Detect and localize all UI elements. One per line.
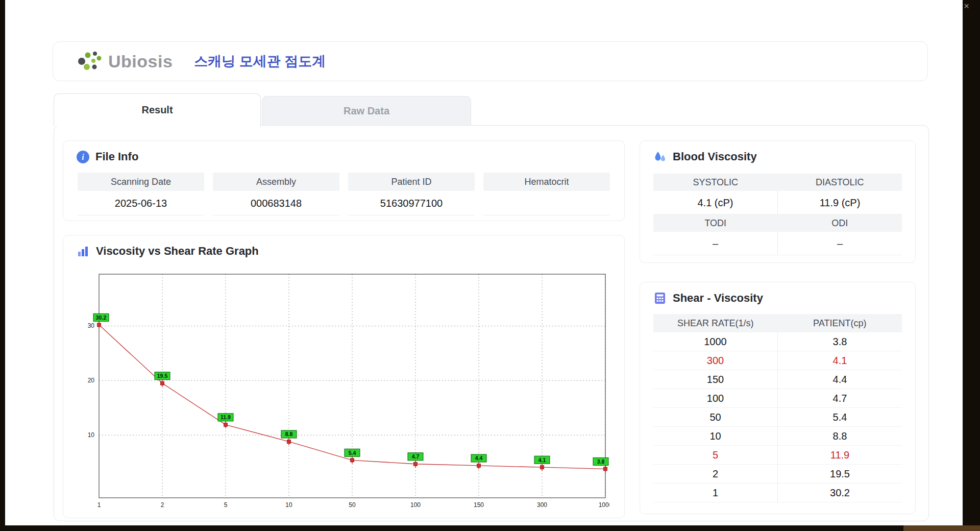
svg-text:4.7: 4.7: [412, 453, 420, 460]
close-icon[interactable]: ×: [964, 1, 969, 11]
file-info-field-label: Scanning Date: [78, 173, 204, 191]
app-window: Ubiosis 스캐닝 모세관 점도계 Result Raw Data i Fi…: [5, 0, 963, 525]
shear-viscosity-row: 130.2: [653, 484, 902, 502]
todi-value: –: [653, 232, 777, 255]
ubiosis-logo: Ubiosis: [77, 50, 173, 73]
diastolic-label: DIASTOLIC: [778, 174, 902, 191]
file-info-field-value: 000683148: [213, 191, 339, 215]
file-info-field: Patient ID51630977100: [348, 173, 475, 215]
shear-viscosity-row: 10003.8: [653, 332, 902, 351]
graph-section: Viscosity vs Shear Rate Graph 1020301251…: [63, 235, 625, 518]
svg-text:300: 300: [537, 501, 547, 509]
blood-viscosity-section: Blood Viscosity SYSTOLIC DIASTOLIC 4.1 (…: [640, 140, 916, 263]
svg-text:10: 10: [285, 501, 292, 509]
shear-rate-cell: 1: [653, 484, 777, 502]
patient-viscosity-cell: 30.2: [777, 484, 902, 502]
patient-column-header: PATIENT(cp): [778, 314, 902, 332]
file-info-header: i File Info: [63, 141, 624, 163]
svg-text:4.1: 4.1: [538, 457, 546, 463]
shear-rate-cell: 150: [653, 370, 777, 389]
blood-viscosity-table: SYSTOLIC DIASTOLIC 4.1 (cP) 11.9 (cP) TO…: [653, 174, 902, 255]
shear-viscosity-column-headers: SHEAR RATE(1/s) PATIENT(cp): [653, 314, 902, 332]
odi-label: ODI: [778, 214, 902, 232]
result-panel: i File Info Scanning Date2025-06-13Assem…: [54, 125, 929, 521]
app-header: Ubiosis 스캐닝 모세관 점도계: [53, 41, 928, 81]
file-info-field: Scanning Date2025-06-13: [78, 173, 204, 215]
patient-viscosity-cell: 4.7: [777, 389, 902, 408]
shear-viscosity-row: 511.9: [653, 446, 902, 465]
svg-text:2: 2: [161, 501, 164, 509]
svg-text:150: 150: [474, 501, 484, 509]
file-info-field-label: Hematocrit: [483, 173, 610, 191]
patient-viscosity-cell: 8.8: [777, 427, 902, 446]
shear-viscosity-title: Shear - Viscosity: [673, 292, 763, 305]
svg-text:3.8: 3.8: [597, 458, 605, 465]
shear-viscosity-rows: 10003.83004.11504.41004.7505.4108.8511.9…: [653, 332, 902, 502]
todi-odi-value-row: – –: [653, 232, 902, 255]
file-info-field: Hematocrit: [483, 173, 610, 215]
svg-text:8.8: 8.8: [285, 431, 293, 437]
shear-rate-cell: 100: [653, 389, 777, 408]
svg-text:10: 10: [88, 431, 95, 439]
blood-viscosity-header-row: SYSTOLIC DIASTOLIC: [653, 174, 902, 191]
viscosity-shear-chart: 1020301251050100150300100030.219.511.98.…: [79, 271, 609, 511]
file-info-field-label: Patient ID: [348, 173, 475, 191]
ubiosis-logo-icon: [77, 50, 103, 73]
app-title: 스캐닝 모세관 점도계: [194, 52, 326, 70]
file-info-field-value: 51630977100: [348, 191, 475, 215]
shear-viscosity-header: Shear - Viscosity: [640, 282, 915, 305]
shear-rate-cell: 10: [653, 427, 777, 446]
tab-result[interactable]: Result: [54, 93, 261, 126]
todi-odi-header-row: TODI ODI: [653, 214, 902, 232]
shear-viscosity-row: 219.5: [653, 465, 902, 484]
diastolic-value: 11.9 (cP): [777, 191, 902, 214]
shear-viscosity-row: 108.8: [653, 427, 902, 446]
svg-text:30.2: 30.2: [96, 315, 107, 321]
svg-text:5: 5: [224, 501, 228, 509]
shear-viscosity-row: 1004.7: [653, 389, 902, 408]
patient-viscosity-cell: 19.5: [777, 465, 902, 484]
svg-text:50: 50: [349, 501, 356, 509]
svg-text:1: 1: [97, 501, 101, 509]
svg-text:1000: 1000: [599, 501, 609, 509]
graph-header: Viscosity vs Shear Rate Graph: [63, 235, 624, 258]
patient-viscosity-cell: 4.1: [777, 351, 902, 370]
svg-text:100: 100: [410, 501, 421, 509]
shear-rate-cell: 300: [653, 351, 777, 370]
systolic-value: 4.1 (cP): [653, 191, 777, 214]
file-info-field-value: 2025-06-13: [78, 191, 204, 215]
blood-viscosity-title: Blood Viscosity: [673, 150, 757, 163]
svg-text:11.9: 11.9: [220, 414, 231, 420]
blood-viscosity-value-row: 4.1 (cP) 11.9 (cP): [653, 191, 902, 214]
shear-viscosity-row: 1504.4: [653, 370, 902, 389]
patient-viscosity-cell: 3.8: [777, 332, 902, 351]
shear-rate-cell: 1000: [653, 332, 777, 351]
file-info-fields: Scanning Date2025-06-13Assembly000683148…: [78, 173, 610, 215]
shear-viscosity-row: 505.4: [653, 408, 902, 427]
bar-chart-icon: [77, 245, 90, 258]
shear-rate-column-header: SHEAR RATE(1/s): [653, 314, 778, 332]
patient-viscosity-cell: 4.4: [777, 370, 902, 389]
shear-viscosity-section: Shear - Viscosity SHEAR RATE(1/s) PATIEN…: [640, 282, 916, 514]
file-info-field-value: [483, 191, 610, 215]
svg-text:20: 20: [88, 377, 95, 384]
tab-raw-data[interactable]: Raw Data: [262, 96, 471, 125]
calculator-icon: [653, 292, 667, 305]
droplets-icon: [653, 150, 667, 163]
shear-rate-cell: 5: [653, 446, 777, 465]
patient-viscosity-cell: 5.4: [777, 408, 902, 427]
shear-viscosity-table: SHEAR RATE(1/s) PATIENT(cp) 10003.83004.…: [653, 314, 902, 502]
shear-viscosity-row: 3004.1: [653, 351, 902, 370]
svg-text:5.4: 5.4: [349, 450, 356, 456]
file-info-field-label: Assembly: [213, 173, 339, 191]
file-info-field: Assembly000683148: [213, 173, 339, 215]
svg-text:19.5: 19.5: [157, 373, 168, 379]
svg-text:30: 30: [88, 322, 95, 329]
shear-rate-cell: 50: [653, 408, 777, 427]
graph-title: Viscosity vs Shear Rate Graph: [96, 245, 259, 258]
odi-value: –: [777, 232, 902, 255]
file-info-section: i File Info Scanning Date2025-06-13Assem…: [63, 140, 625, 221]
todi-label: TODI: [653, 214, 778, 232]
shear-rate-cell: 2: [653, 465, 777, 484]
blood-viscosity-header: Blood Viscosity: [640, 141, 915, 163]
